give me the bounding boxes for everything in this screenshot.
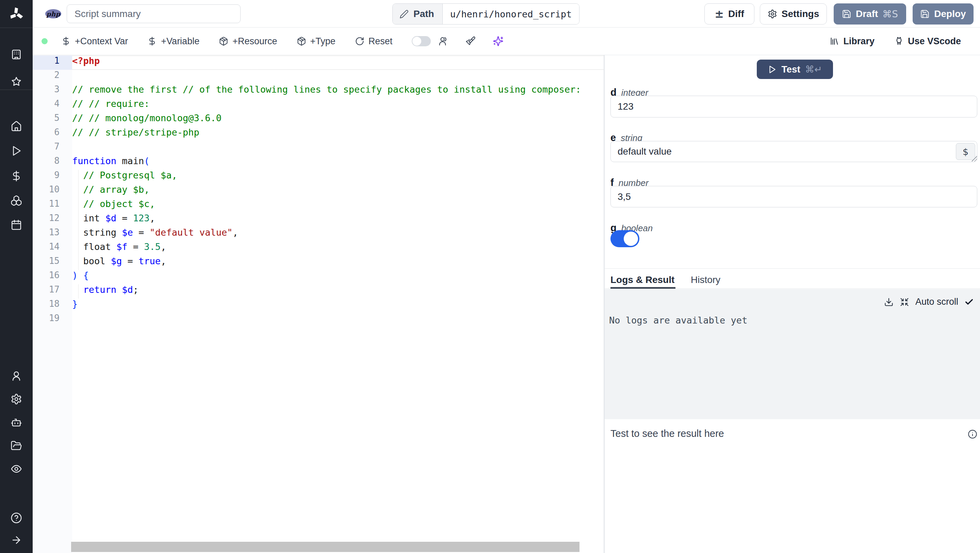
auto-scroll-label[interactable]: Auto scroll	[915, 296, 958, 307]
panel-divider	[605, 268, 980, 269]
users-icon[interactable]	[11, 370, 22, 382]
code-line-15[interactable]: 15 bool $g = true,	[33, 256, 604, 270]
save-icon	[920, 9, 930, 19]
logs-panel: Auto scroll No logs are available yet	[605, 289, 980, 419]
path-value[interactable]: u/henri/honored_script	[443, 4, 579, 24]
horizontal-scrollbar[interactable]	[71, 542, 579, 552]
variables-dollar-icon[interactable]	[11, 170, 22, 182]
code-line-3[interactable]: 3// remove the first // of the following…	[33, 84, 604, 99]
expand-sidebar-arrow-icon[interactable]	[11, 534, 22, 546]
add-context-var-button[interactable]: +Context Var	[61, 36, 128, 47]
code-line-7[interactable]: 7	[33, 141, 604, 156]
save-icon	[842, 9, 851, 19]
code-line-13[interactable]: 13 string $e = "default value",	[33, 227, 604, 241]
code-line-17[interactable]: 17 return $d;	[33, 284, 604, 299]
code-line-4[interactable]: 4// // require:	[33, 99, 604, 113]
cat-icon	[894, 37, 904, 46]
audit-eye-icon[interactable]	[11, 463, 22, 475]
code-editor[interactable]: 1<?php23// remove the first // of the fo…	[33, 55, 604, 553]
package-icon	[219, 37, 228, 46]
result-panel: Test to see the result here	[605, 419, 980, 553]
preview-panel: Test ⌘↵ d integer e string $ f number g …	[605, 55, 980, 553]
workers-bot-icon[interactable]	[11, 417, 22, 429]
field-input-e[interactable]	[611, 141, 977, 162]
runs-play-icon[interactable]	[11, 145, 22, 157]
code-lines[interactable]: 1<?php23// remove the first // of the fo…	[33, 56, 604, 327]
favorites-star-icon[interactable]	[11, 76, 22, 88]
diff-mode-toggle[interactable]	[412, 36, 431, 46]
script-summary-input[interactable]	[67, 5, 240, 23]
check-icon[interactable]	[964, 297, 974, 307]
folders-icon[interactable]	[11, 440, 22, 451]
dollar-icon	[147, 37, 157, 46]
php-language-badge: php	[45, 9, 61, 18]
code-line-8[interactable]: 8function main(	[33, 156, 604, 170]
help-icon[interactable]	[11, 512, 22, 524]
code-line-1[interactable]: 1<?php	[33, 56, 604, 70]
result-placeholder: Test to see the result here	[611, 428, 724, 439]
library-icon	[830, 37, 839, 46]
info-icon[interactable]	[968, 429, 977, 439]
draft-button[interactable]: Draft ⌘S	[834, 3, 906, 24]
use-vscode-button[interactable]: Use VScode	[894, 36, 961, 47]
resources-boxes-icon[interactable]	[11, 195, 22, 206]
ai-sparkles-icon[interactable]	[493, 36, 504, 47]
deploy-button[interactable]: Deploy	[913, 3, 974, 24]
field-input-f[interactable]	[611, 186, 977, 207]
tab-logs-result[interactable]: Logs & Result	[611, 274, 675, 285]
workspace-icon[interactable]	[11, 49, 22, 60]
home-icon[interactable]	[11, 121, 22, 132]
textarea-resize-handle[interactable]	[972, 156, 977, 161]
field-input-d[interactable]	[611, 96, 977, 118]
boolean-toggle-g[interactable]	[611, 230, 640, 247]
download-logs-icon[interactable]	[884, 297, 894, 307]
settings-gear-icon[interactable]	[11, 393, 22, 405]
path-label: Path	[414, 8, 434, 19]
code-line-9[interactable]: 9 // Postgresql $a,	[33, 170, 604, 184]
code-line-19[interactable]: 19	[33, 313, 604, 327]
tab-history[interactable]: History	[691, 274, 721, 285]
reset-button[interactable]: Reset	[355, 36, 393, 47]
logs-empty-message: No logs are available yet	[609, 315, 747, 325]
rotate-icon	[355, 37, 364, 46]
plus-minus-icon: ±	[714, 8, 724, 21]
windmill-logo-icon[interactable]	[8, 6, 24, 22]
code-line-10[interactable]: 10 // array $b,	[33, 184, 604, 199]
add-type-button[interactable]: +Type	[297, 36, 336, 47]
gear-icon	[768, 9, 777, 19]
draft-shortcut: ⌘S	[882, 8, 898, 20]
schedules-calendar-icon[interactable]	[11, 219, 22, 231]
code-line-2[interactable]: 2	[33, 70, 604, 84]
result-tabs: Logs & Result History	[605, 273, 980, 289]
test-button[interactable]: Test ⌘↵	[757, 60, 833, 79]
test-shortcut: ⌘↵	[805, 64, 822, 75]
code-line-16[interactable]: 16) {	[33, 270, 604, 284]
format-paintbrush-icon[interactable]	[466, 36, 476, 46]
multiplayer-users-icon[interactable]	[438, 36, 449, 46]
sidebar	[0, 0, 33, 553]
library-button[interactable]: Library	[830, 36, 875, 47]
package-icon	[297, 37, 306, 46]
play-icon	[768, 65, 776, 74]
code-line-6[interactable]: 6// // stripe/stripe-php	[33, 127, 604, 141]
sidebar-divider	[0, 27, 33, 28]
dollar-icon	[61, 37, 71, 46]
code-line-5[interactable]: 5// // monolog/monolog@3.6.0	[33, 113, 604, 127]
editor-toolbar: +Context Var +Variable +Resource +Type R…	[33, 27, 980, 55]
top-bar: php Path u/henri/honored_script ± Diff S…	[33, 0, 980, 27]
add-variable-button[interactable]: +Variable	[147, 36, 199, 47]
code-line-11[interactable]: 11 // object $c,	[33, 199, 604, 213]
status-dot	[41, 38, 48, 44]
add-resource-button[interactable]: +Resource	[219, 36, 277, 47]
edit-pencil-icon	[399, 10, 409, 19]
sidebar-divider	[0, 89, 33, 90]
expand-logs-icon[interactable]	[900, 297, 909, 307]
code-line-12[interactable]: 12 int $d = 123,	[33, 213, 604, 227]
active-tab-underline	[611, 287, 675, 289]
code-line-18[interactable]: 18}	[33, 299, 604, 313]
code-line-14[interactable]: 14 float $f = 3.5,	[33, 241, 604, 256]
settings-button[interactable]: Settings	[760, 3, 827, 24]
diff-button[interactable]: ± Diff	[705, 3, 754, 24]
script-path[interactable]: Path u/henri/honored_script	[392, 3, 579, 24]
